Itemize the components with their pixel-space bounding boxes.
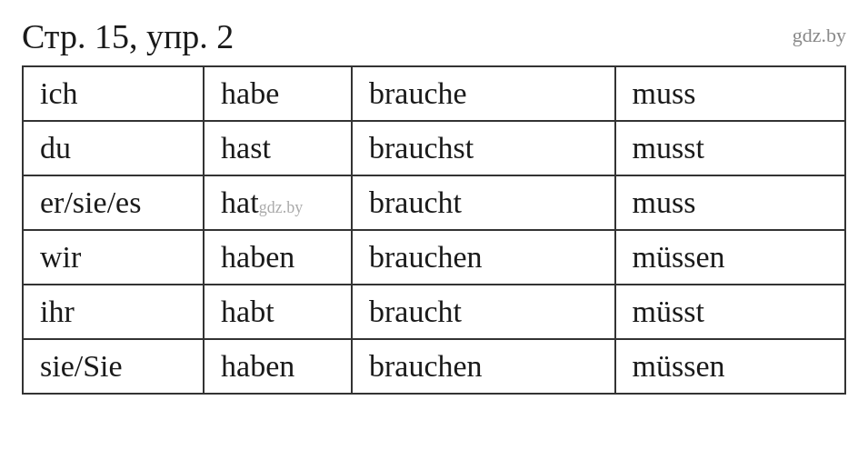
table-cell: müssen	[615, 230, 845, 285]
table-row: wirhabenbrauchenmüssen	[23, 230, 845, 285]
header-watermark: gdz.by	[793, 16, 846, 47]
table-cell: musst	[615, 121, 845, 175]
table-cell: ihr	[23, 285, 204, 339]
table-row: ichhabebrauchemuss	[23, 66, 845, 121]
table-row: er/sie/eshatgdz.bybrauchtmuss	[23, 175, 845, 230]
table-cell: du	[23, 121, 204, 175]
page-header: Стр. 15, упр. 2 gdz.by	[0, 0, 868, 65]
table-cell: muss	[615, 66, 845, 121]
table-cell: müsst	[615, 285, 845, 339]
table-cell: brauche	[352, 66, 615, 121]
table-row: sie/Siehabenbrauchenmüssen	[23, 339, 845, 394]
table-cell: wir	[23, 230, 204, 285]
table-cell: brauchst	[352, 121, 615, 175]
table-cell: er/sie/es	[23, 175, 204, 230]
table-cell: hast	[204, 121, 352, 175]
table-cell: ich	[23, 66, 204, 121]
table-cell: muss	[615, 175, 845, 230]
table-cell: haben	[204, 339, 352, 394]
table-cell: sie/Sie	[23, 339, 204, 394]
conjugation-table: ichhabebrauchemussduhastbrauchstmusster/…	[22, 65, 846, 395]
table-cell: hatgdz.by	[204, 175, 352, 230]
table-cell: habt	[204, 285, 352, 339]
table-row: ihrhabtbrauchtmüsst	[23, 285, 845, 339]
table-cell: braucht	[352, 175, 615, 230]
table-row: duhastbrauchstmusst	[23, 121, 845, 175]
table-cell: haben	[204, 230, 352, 285]
table-cell: braucht	[352, 285, 615, 339]
table-container: ichhabebrauchemussduhastbrauchstmusster/…	[0, 65, 868, 395]
inline-watermark: gdz.by	[259, 198, 304, 216]
table-cell: müssen	[615, 339, 845, 394]
table-cell: brauchen	[352, 230, 615, 285]
table-cell: habe	[204, 66, 352, 121]
page-title: Стр. 15, упр. 2	[22, 16, 234, 56]
table-cell: brauchen	[352, 339, 615, 394]
